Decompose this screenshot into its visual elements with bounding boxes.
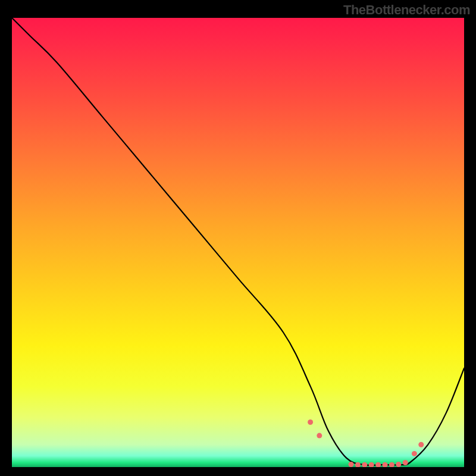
- curve-marker: [308, 419, 313, 425]
- chart-svg: [12, 18, 464, 467]
- curve-markers: [308, 419, 424, 467]
- curve-marker: [396, 462, 401, 467]
- curve-marker: [362, 462, 367, 467]
- chart-container: TheBottlenecker.com: [0, 0, 476, 476]
- curve-marker: [375, 462, 381, 467]
- curve-marker: [389, 462, 394, 467]
- curve-marker: [403, 460, 408, 465]
- curve-marker: [349, 462, 354, 467]
- plot-area: [12, 18, 464, 467]
- curve-marker: [383, 462, 388, 467]
- attribution-text: TheBottlenecker.com: [343, 2, 470, 18]
- curve-marker: [369, 462, 374, 467]
- bottleneck-curve: [12, 18, 464, 465]
- curve-marker: [412, 451, 417, 456]
- curve-marker: [418, 442, 424, 447]
- curve-marker: [317, 433, 322, 439]
